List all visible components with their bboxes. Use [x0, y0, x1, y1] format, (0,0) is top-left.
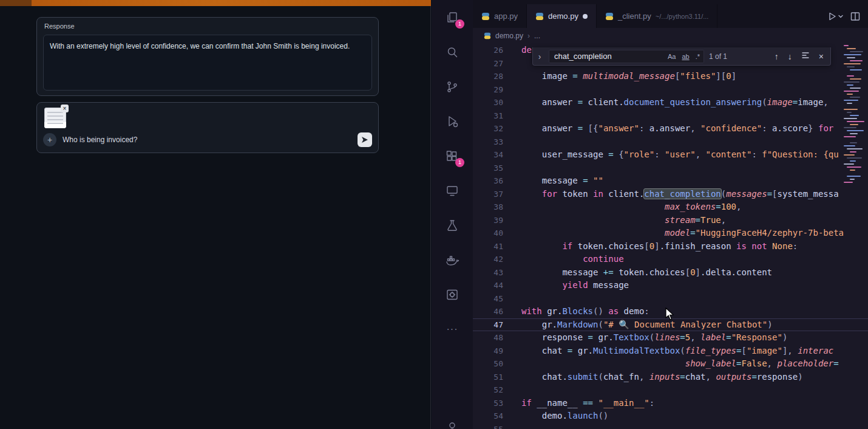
code-line-42[interactable]: 42 continue: [473, 253, 868, 266]
code-line-31[interactable]: 31: [473, 109, 868, 123]
close-find-button[interactable]: ×: [817, 52, 826, 61]
sidebar-item-docker[interactable]: [444, 252, 460, 268]
window-top-bar: [0, 0, 431, 6]
code-text: [503, 109, 521, 123]
code-text: [503, 292, 521, 306]
code-line-43[interactable]: 43 message += token.choices[0].delta.con…: [473, 266, 868, 280]
match-case-icon[interactable]: Aa: [666, 52, 677, 61]
question-input[interactable]: [63, 133, 324, 146]
find-input[interactable]: [554, 52, 663, 61]
add-attachment-button[interactable]: +: [43, 133, 56, 146]
source-control-icon: [445, 80, 459, 94]
sidebar-item-testing[interactable]: [444, 218, 460, 233]
code-line-53[interactable]: 53if __name__ == "__main__":: [473, 397, 868, 410]
line-number: 50: [473, 357, 503, 371]
line-number: 35: [473, 162, 503, 175]
split-editor-button[interactable]: [849, 10, 862, 23]
code-text: [503, 136, 521, 149]
code-line-40[interactable]: 40 model="HuggingFaceH4/zephyr-7b-beta: [473, 227, 868, 240]
tab-label: _client.py: [618, 12, 651, 21]
breadcrumb-file[interactable]: demo.py: [495, 32, 523, 40]
line-number: 41: [473, 240, 503, 253]
code-text: [503, 162, 521, 175]
breadcrumb-separator: ›: [527, 32, 530, 40]
chat-input-block: × +: [36, 102, 379, 153]
sidebar-item-source-control[interactable]: [444, 79, 460, 95]
code-line-52[interactable]: 52: [473, 383, 868, 397]
code-line-54[interactable]: 54 demo.launch(): [473, 410, 868, 423]
code-text: gr.Markdown("# 🔍 Document Analyzer Chatb…: [503, 318, 773, 332]
find-in-selection-button[interactable]: [799, 51, 812, 61]
code-line-32[interactable]: 32 answer = [{"answer": a.answer, "confi…: [473, 122, 868, 136]
sidebar-item-search[interactable]: [444, 44, 460, 60]
code-text: [503, 83, 521, 97]
sidebar-item-explorer[interactable]: 1: [444, 10, 460, 26]
code-text: answer = client.document_question_answer…: [503, 96, 833, 109]
modified-dot-icon[interactable]: [583, 14, 588, 19]
code-line-30[interactable]: 30 answer = client.document_question_ans…: [473, 96, 868, 109]
minimap[interactable]: [841, 44, 868, 191]
code-text: stream=True,: [503, 214, 726, 227]
code-text: model="HuggingFaceH4/zephyr-7b-beta: [503, 227, 844, 240]
code-line-49[interactable]: 49 chat = gr.MultimodalTextbox(file_type…: [473, 345, 868, 358]
code-text: yield message: [503, 279, 629, 292]
response-textarea[interactable]: With an extremely high level of confiden…: [43, 35, 372, 91]
code-line-39[interactable]: 39 stream=True,: [473, 214, 868, 227]
code-line-45[interactable]: 45: [473, 292, 868, 306]
code-line-48[interactable]: 48 response = gr.Textbox(lines=5, label=…: [473, 331, 868, 345]
run-python-file-button[interactable]: [826, 10, 845, 23]
docker-icon: [445, 253, 459, 267]
sidebar-item-remote-explorer[interactable]: [444, 183, 460, 199]
run-icon: [827, 11, 838, 22]
sidebar-item-run-debug[interactable]: [444, 114, 460, 129]
line-number: 33: [473, 136, 503, 149]
code-line-37[interactable]: 37 for token in client.chat_completion(m…: [473, 188, 868, 201]
sidebar-item-containers-tools[interactable]: [444, 287, 460, 303]
sidebar-item-account[interactable]: [444, 419, 460, 429]
extensions-badge: 1: [455, 158, 464, 167]
flask-icon: [445, 218, 459, 233]
remove-attachment-button[interactable]: ×: [61, 105, 69, 112]
code-text: message = "": [503, 174, 603, 188]
code-line-34[interactable]: 34 user_message = {"role": "user", "cont…: [473, 148, 868, 162]
code-line-38[interactable]: 38 max_tokens=100,: [473, 201, 868, 214]
find-previous-button[interactable]: ↑: [773, 52, 781, 61]
find-in-selection-icon: [801, 51, 810, 60]
code-line-44[interactable]: 44 yield message: [473, 279, 868, 292]
tab-client-py[interactable]: _client.py ~/.../python3.11/...: [597, 4, 717, 28]
code-editor[interactable]: 26de2728 image = multimodal_message["fil…: [473, 44, 868, 429]
code-line-35[interactable]: 35: [473, 162, 868, 175]
code-text: [503, 57, 521, 70]
tab-demo-py[interactable]: demo.py: [527, 4, 597, 28]
code-line-29[interactable]: 29: [473, 83, 868, 97]
sidebar-item-more[interactable]: ···: [444, 321, 460, 337]
code-line-55[interactable]: 55: [473, 423, 868, 429]
whole-word-icon[interactable]: ab: [680, 52, 690, 61]
find-next-button[interactable]: ↓: [786, 52, 794, 61]
line-number: 47: [473, 318, 503, 332]
code-line-28[interactable]: 28 image = multimodal_message["files"][0…: [473, 70, 868, 83]
line-number: 39: [473, 214, 503, 227]
gear-window-icon: [445, 287, 459, 302]
toggle-replace-icon[interactable]: ›: [535, 52, 544, 61]
code-line-33[interactable]: 33: [473, 136, 868, 149]
regex-icon[interactable]: .*: [694, 52, 701, 61]
code-text: [503, 383, 521, 397]
tab-app-py[interactable]: app.py: [473, 4, 527, 28]
code-line-41[interactable]: 41 if token.choices[0].finish_reason is …: [473, 240, 868, 253]
python-icon: [484, 32, 491, 39]
breadcrumb-symbol[interactable]: ...: [534, 32, 540, 40]
line-number: 53: [473, 397, 503, 410]
code-line-50[interactable]: 50 show_label=False, placeholder=: [473, 357, 868, 371]
send-button[interactable]: [358, 132, 372, 147]
line-number: 49: [473, 345, 503, 358]
code-line-51[interactable]: 51 chat.submit(chat_fn, inputs=chat, out…: [473, 371, 868, 384]
code-text: chat.submit(chat_fn, inputs=chat, output…: [503, 371, 803, 384]
python-icon: [605, 12, 614, 21]
sidebar-item-extensions[interactable]: 1: [444, 148, 460, 164]
find-actions: ↑ ↓ ×: [773, 51, 826, 61]
line-number: 34: [473, 148, 503, 162]
remote-explorer-icon: [445, 184, 459, 198]
python-icon: [535, 12, 544, 21]
code-line-36[interactable]: 36 message = "": [473, 174, 868, 188]
